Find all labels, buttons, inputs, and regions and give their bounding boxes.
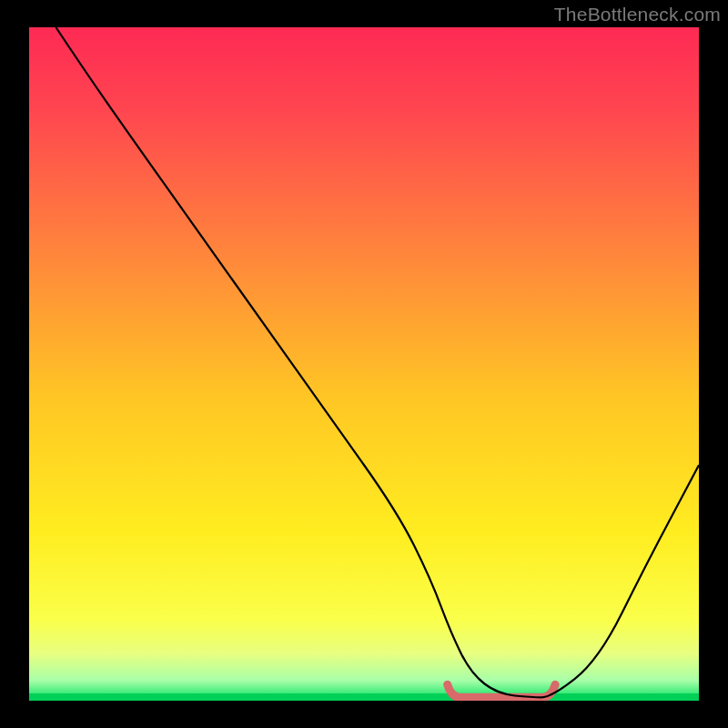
frame-right [699,0,728,728]
plot-background [29,27,699,701]
frame-left [0,0,29,728]
bottom-green-band [29,693,699,701]
chart-container: TheBottleneck.com [0,0,728,728]
watermark-text: TheBottleneck.com [554,4,721,25]
chart-svg [0,0,728,728]
frame-bottom [0,701,728,728]
